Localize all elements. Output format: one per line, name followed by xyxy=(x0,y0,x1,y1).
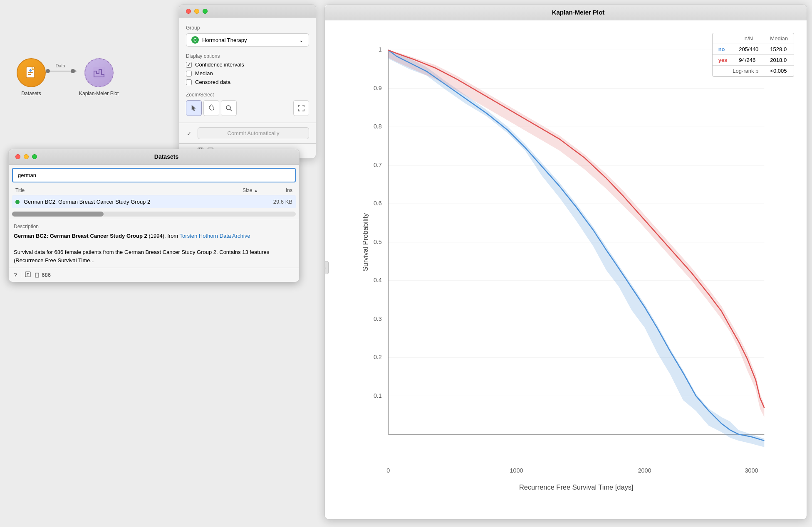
description-year: (1994), from xyxy=(149,233,178,239)
datasets-node-icon xyxy=(17,58,46,87)
blue-km-curve xyxy=(388,50,764,441)
x-axis-label: Recurrence Free Survival Time [days] xyxy=(519,483,634,491)
zoom-buttons xyxy=(186,100,309,116)
legend-header-empty xyxy=(713,33,733,44)
datasets-footer: ? | 686 xyxy=(9,268,299,282)
scrollbar-thumb[interactable] xyxy=(12,212,104,217)
connector-label: Data xyxy=(55,63,65,68)
datasets-panel: Datasets Title Size ▲ Ins German BC2: Ge… xyxy=(8,149,300,282)
legend-median-no: 1528.0 xyxy=(764,44,794,55)
pointer-tool-button[interactable] xyxy=(186,100,202,116)
datasets-content: Title Size ▲ Ins German BC2: German Brea… xyxy=(9,168,299,208)
km-plot-title: Kaplan-Meier Plot xyxy=(356,9,800,16)
svg-text:0.7: 0.7 xyxy=(374,162,382,168)
km-plot-node-label: Kaplan-Meier Plot xyxy=(79,91,119,96)
legend-header-nn: n/N xyxy=(733,33,764,44)
group-selector[interactable]: C Hormonal Therapy ⌄ xyxy=(186,33,309,47)
confidence-intervals-option[interactable]: ✓ Confidence intervals xyxy=(186,62,309,68)
legend-logrank-label: Log-rank p xyxy=(713,66,765,76)
blue-confidence-band xyxy=(388,50,764,447)
legend-row-logrank: Log-rank p <0.005 xyxy=(713,66,794,76)
row-title: German BC2: German Breast Cancer Study G… xyxy=(24,199,259,205)
datasets-minimize-button[interactable] xyxy=(24,154,29,159)
hand-tool-button[interactable] xyxy=(203,100,219,116)
datasets-footer-count: 686 xyxy=(34,272,51,278)
commit-bar: ✓ Commit Automatically xyxy=(179,123,316,143)
collapse-panel-button[interactable]: ▶ xyxy=(324,261,329,274)
y-axis-label: Survival Probability xyxy=(361,213,369,271)
group-badge: C xyxy=(191,36,199,44)
confidence-intervals-label: Confidence intervals xyxy=(195,62,244,68)
table-row[interactable]: German BC2: German Breast Cancer Study G… xyxy=(12,195,296,208)
svg-rect-2 xyxy=(28,74,31,75)
median-option[interactable]: Median xyxy=(186,70,309,76)
close-button[interactable] xyxy=(186,9,191,14)
datasets-help-icon[interactable]: ? xyxy=(14,272,17,278)
km-plot-node-icon xyxy=(84,58,114,87)
datasets-close-button[interactable] xyxy=(15,154,20,159)
median-label: Median xyxy=(195,70,213,76)
datasets-search-input[interactable] xyxy=(12,168,296,182)
row-size: 29.6 KB xyxy=(259,199,292,205)
workflow-connector: Data xyxy=(48,69,77,73)
col-size-header: Size ▲ xyxy=(243,187,276,193)
magnify-tool-button[interactable] xyxy=(221,100,237,116)
legend-table: n/N Median no 205/440 1528.0 yes 94/246 … xyxy=(712,33,794,77)
red-confidence-band xyxy=(388,50,764,417)
svg-text:1000: 1000 xyxy=(510,467,523,474)
datasets-table-header: Title Size ▲ Ins xyxy=(12,186,296,195)
km-plot-area: n/N Median no 205/440 1528.0 yes 94/246 … xyxy=(325,20,807,515)
censored-data-checkbox[interactable] xyxy=(186,79,192,85)
legend-nn-no: 205/440 xyxy=(733,44,764,55)
legend-median-yes: 2018.0 xyxy=(764,55,794,66)
red-km-curve xyxy=(388,50,764,408)
datasets-title: Datasets xyxy=(40,153,292,160)
zoom-label: Zoom/Select xyxy=(186,92,309,98)
datasets-maximize-button[interactable] xyxy=(32,154,37,159)
confidence-intervals-checkbox[interactable]: ✓ xyxy=(186,62,192,68)
description-body: Survival data for 686 female patients fr… xyxy=(14,249,269,264)
commit-automatically-button: Commit Automatically xyxy=(198,127,309,139)
km-plot-window: Kaplan-Meier Plot n/N Median no 205/440 … xyxy=(324,4,807,520)
svg-rect-1 xyxy=(28,72,33,73)
km-plot-titlebar: Kaplan-Meier Plot xyxy=(325,5,807,20)
description-link[interactable]: Torsten Hothorn Data Archive xyxy=(180,233,250,239)
description-label: Description xyxy=(14,224,294,229)
commit-checkbox[interactable]: ✓ xyxy=(186,130,193,137)
scroll-area xyxy=(9,208,299,220)
svg-text:0.1: 0.1 xyxy=(374,392,382,399)
group-value: Hormonal Therapy xyxy=(202,37,247,43)
frame-tool-button[interactable] xyxy=(293,100,309,116)
svg-text:3000: 3000 xyxy=(745,467,758,474)
svg-text:0.8: 0.8 xyxy=(374,123,382,130)
svg-text:0: 0 xyxy=(386,467,390,474)
svg-line-7 xyxy=(230,109,232,111)
km-panel-content: Group C Hormonal Therapy ⌄ Display optio… xyxy=(179,18,316,123)
legend-logrank-value: <0.005 xyxy=(764,66,794,76)
censored-data-option[interactable]: Censored data xyxy=(186,79,309,85)
svg-text:1: 1 xyxy=(379,46,382,53)
legend-nn-yes: 94/246 xyxy=(733,55,764,66)
svg-text:0.6: 0.6 xyxy=(374,200,382,207)
x-axis: 0 1000 2000 3000 xyxy=(386,467,758,474)
col-ins-header: Ins xyxy=(276,187,292,193)
svg-text:0.5: 0.5 xyxy=(374,239,382,245)
svg-point-6 xyxy=(226,106,230,110)
km-chart-svg: Survival Probability Recurrence Free Sur… xyxy=(350,29,794,498)
display-options-label: Display options xyxy=(186,53,309,59)
median-checkbox[interactable] xyxy=(186,71,192,76)
datasets-node-label: Datasets xyxy=(21,91,41,96)
legend-label-yes: yes xyxy=(713,55,733,66)
maximize-button[interactable] xyxy=(203,9,208,14)
censored-data-label: Censored data xyxy=(195,79,230,85)
scrollbar-track[interactable] xyxy=(12,212,296,217)
km-control-panel: Group C Hormonal Therapy ⌄ Display optio… xyxy=(179,4,316,159)
y-axis: 1 0.9 0.8 0.7 0.6 0.5 0.4 0.3 0.2 0.1 xyxy=(374,46,382,399)
datasets-node[interactable]: Datasets xyxy=(17,58,46,96)
svg-text:0.4: 0.4 xyxy=(374,277,382,283)
grid-lines xyxy=(388,50,764,434)
minimize-button[interactable] xyxy=(194,9,199,14)
datasets-export-icon[interactable] xyxy=(25,271,31,278)
legend-row-no: no 205/440 1528.0 xyxy=(713,44,794,55)
km-plot-node[interactable]: Kaplan-Meier Plot xyxy=(79,58,119,96)
